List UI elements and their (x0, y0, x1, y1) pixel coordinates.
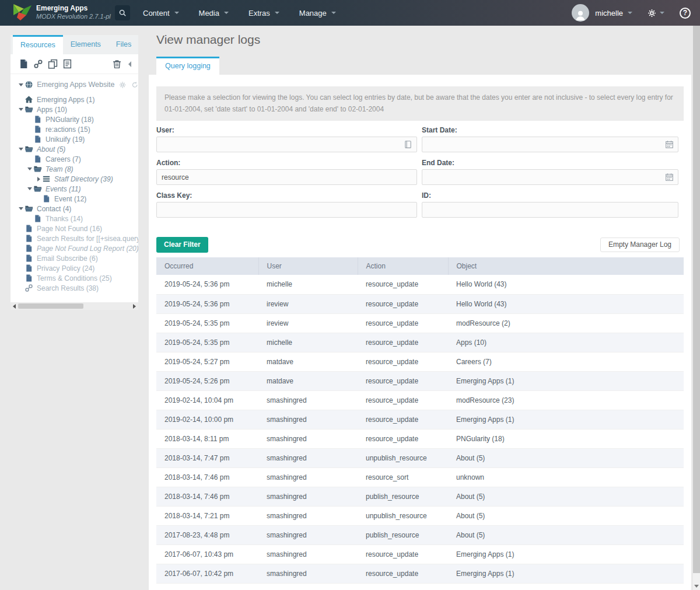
username[interactable]: michelle (595, 9, 623, 18)
tree-refresh-icon[interactable] (131, 81, 138, 89)
caret-right-icon[interactable] (35, 177, 42, 181)
tree-item[interactable]: About (5) (10, 144, 138, 154)
tree-item[interactable]: re:actions (15) (10, 124, 138, 134)
tree-item[interactable]: Privacy Policy (24) (10, 263, 138, 273)
list-icon (42, 174, 51, 183)
static-resource-icon[interactable] (62, 59, 72, 69)
empty-manager-log-button[interactable]: Empty Manager Log (600, 238, 680, 252)
tree-item[interactable]: Search Results for [[+sisea.query]] ( (10, 233, 138, 243)
scroll-left-icon[interactable] (13, 304, 16, 309)
tree-root[interactable]: Emerging Apps Website (10, 78, 138, 92)
home-icon (24, 95, 33, 104)
user-input[interactable] (156, 137, 417, 152)
doc-icon (33, 115, 42, 124)
table-cell: 2018-03-14, 7:21 pm (156, 506, 258, 525)
tree-item[interactable]: Thanks (14) (10, 214, 138, 224)
tree-item-label: Search Results for [[+sisea.query]] ( (37, 235, 138, 243)
caret-down-icon[interactable] (18, 207, 24, 210)
tree-item[interactable]: Terms & Conditions (25) (10, 273, 138, 283)
caret-down-icon[interactable] (18, 108, 24, 111)
table-cell: About (5) (448, 525, 684, 544)
tree-item[interactable]: Email Subscribe (6) (10, 253, 138, 263)
user-book-icon[interactable] (404, 140, 412, 149)
tree-item-label: About (5) (37, 145, 65, 153)
table-row: 2018-03-14, 8:11 pmsmashingredresource_u… (156, 429, 684, 448)
main-panel: Please make a selection for viewing the … (149, 75, 691, 590)
tree-item-label: Contact (4) (37, 205, 71, 213)
modx-logo[interactable] (12, 4, 33, 22)
nav-content[interactable]: Content (133, 0, 189, 26)
table-cell: resource_update (358, 564, 448, 583)
scroll-right-icon[interactable] (133, 304, 136, 309)
caret-down-icon[interactable] (26, 167, 33, 170)
tab-elements[interactable]: Elements (63, 35, 108, 54)
tab-query-logging[interactable]: Query logging (156, 57, 219, 75)
scrollbar-thumb[interactable] (693, 26, 700, 573)
tree-item[interactable]: Contact (4) (10, 204, 138, 214)
tree-item[interactable]: Unikuify (19) (10, 134, 138, 144)
table-cell: Emerging Apps (1) (448, 410, 684, 429)
tree-item[interactable]: Careers (7) (10, 154, 138, 164)
enddate-input[interactable] (422, 169, 678, 185)
calendar-icon[interactable] (665, 173, 674, 181)
duplicate-icon[interactable] (48, 59, 58, 69)
search-button[interactable] (115, 5, 130, 20)
table-cell: smashingred (258, 506, 358, 525)
table-cell: 2018-03-14, 7:46 pm (156, 487, 258, 506)
column-header-user[interactable]: User (258, 257, 358, 275)
caret-down-icon[interactable] (18, 148, 24, 151)
nav-manage[interactable]: Manage (289, 0, 346, 26)
tree-item[interactable]: Emerging Apps (1) (10, 95, 138, 104)
column-header-occurred[interactable]: Occurred (156, 257, 258, 275)
calendar-icon[interactable] (665, 140, 674, 149)
table-cell: publish_resource (358, 487, 448, 506)
scroll-down-icon[interactable] (694, 585, 699, 588)
tree-item-label: PNGularity (18) (46, 116, 94, 124)
nav-media[interactable]: Media (189, 0, 239, 26)
tab-files[interactable]: Files (108, 35, 139, 54)
caret-down-icon[interactable] (18, 83, 24, 86)
new-document-icon[interactable] (19, 59, 29, 69)
tree-item[interactable]: Event (12) (10, 194, 138, 204)
tab-resources[interactable]: Resources (13, 35, 63, 54)
tree-item[interactable]: Staff Directory (39) (10, 174, 138, 184)
id-input[interactable] (422, 202, 678, 218)
column-header-object[interactable]: Object (448, 257, 684, 275)
column-header-action[interactable]: Action (358, 257, 448, 275)
startdate-label: Start Date: (422, 126, 678, 134)
tree-item[interactable]: Page Not Found (16) (10, 224, 138, 233)
classkey-input[interactable] (156, 202, 417, 218)
doc-icon (42, 194, 51, 203)
scroll-thumb[interactable] (18, 303, 83, 309)
help-icon[interactable]: ? (680, 8, 691, 19)
action-input[interactable] (156, 169, 417, 185)
caret-down-icon[interactable] (26, 187, 33, 190)
table-cell: resource_update (358, 371, 448, 390)
tree-hscrollbar[interactable] (10, 302, 138, 310)
tree-settings-gear-icon[interactable] (119, 81, 126, 89)
clear-filter-button[interactable]: Clear Filter (156, 237, 208, 253)
table-cell: smashingred (258, 544, 358, 564)
startdate-input[interactable] (422, 137, 678, 152)
tree-item[interactable]: Team (8) (10, 164, 138, 174)
avatar[interactable] (572, 4, 589, 22)
trash-icon[interactable] (112, 59, 122, 69)
table-row: 2018-03-14, 7:46 pmsmashingredresource_s… (156, 467, 684, 487)
tree-item[interactable]: Events (11) (10, 184, 138, 194)
table-cell: modResource (2) (448, 313, 684, 333)
tree-item[interactable]: Apps (10) (10, 104, 138, 114)
window-scrollbar[interactable] (693, 26, 700, 590)
nav-extras[interactable]: Extras (239, 0, 289, 26)
table-cell: About (5) (448, 506, 684, 525)
tree-item[interactable]: Search Results (38) (10, 283, 138, 293)
tree-item[interactable]: Page Not Found Log Report (20) (10, 243, 138, 253)
table-cell: smashingred (258, 564, 358, 583)
app-subtitle: MODX Revolution 2.7.1-pl (36, 13, 111, 21)
tree-item-label: Page Not Found Log Report (20) (37, 245, 138, 253)
table-cell: ireview (258, 313, 358, 333)
weblink-icon[interactable] (33, 59, 43, 69)
gear-icon[interactable] (648, 9, 656, 18)
collapse-sidebar-icon[interactable] (128, 61, 131, 67)
table-cell: 2018-03-14, 7:47 pm (156, 448, 258, 467)
tree-item[interactable]: PNGularity (18) (10, 114, 138, 124)
